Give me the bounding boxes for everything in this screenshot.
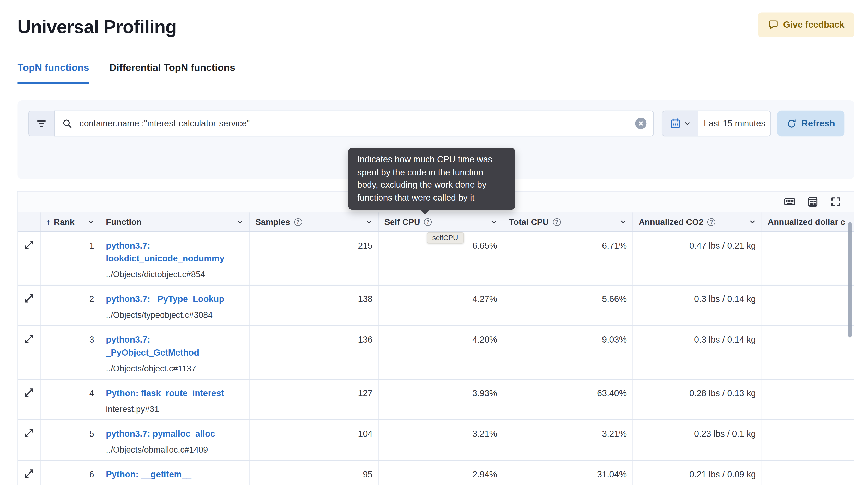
expand-icon (24, 334, 34, 374)
function-cell: python3.7: _PyType_Lookup ../Objects/typ… (100, 286, 250, 325)
header-annualized-dollar[interactable]: Annualized dollar c (762, 213, 854, 231)
function-link[interactable]: Python: __getitem__ (106, 467, 244, 481)
rank-cell: 4 (40, 380, 100, 419)
row-expand-cell[interactable] (18, 286, 40, 325)
function-file: ../Objects/dictobject.c#854 (106, 269, 244, 280)
query-bar: Last 15 minutes Refresh (28, 110, 844, 136)
keyboard-shortcuts-button[interactable] (784, 196, 795, 207)
total-cpu-cell: 3.21% (503, 420, 633, 460)
chevron-down-icon[interactable] (490, 219, 497, 225)
time-range-button[interactable]: Last 15 minutes (699, 111, 771, 136)
row-expand-cell[interactable] (18, 326, 40, 379)
chevron-down-icon[interactable] (749, 219, 756, 225)
clear-query-button[interactable] (635, 118, 646, 129)
co2-cell: 0.21 lbs / 0.09 kg (633, 461, 762, 485)
dollar-cell (762, 286, 854, 325)
samples-cell: 136 (250, 326, 379, 379)
self-cpu-cell: 2.94% (379, 461, 503, 485)
help-icon[interactable]: ? (424, 218, 432, 226)
function-cell: python3.7: _PyObject_GetMethod ../Object… (100, 326, 250, 379)
header-rank[interactable]: ↑ Rank (40, 213, 100, 231)
comment-bubble-icon (768, 20, 778, 30)
rank-cell: 1 (40, 232, 100, 285)
co2-cell: 0.3 lbs / 0.14 kg (633, 326, 762, 379)
row-expand-cell[interactable] (18, 461, 40, 485)
calendar-icon (670, 119, 680, 129)
refresh-button[interactable]: Refresh (777, 110, 844, 136)
header-samples[interactable]: Samples ? (250, 213, 379, 231)
function-file: interest.py#31 (106, 403, 244, 415)
tabs-divider (18, 83, 855, 84)
row-expand-cell[interactable] (18, 232, 40, 285)
expand-icon (24, 387, 34, 415)
expand-icon (24, 468, 34, 485)
header-annualized-dollar-label: Annualized dollar c (768, 217, 845, 227)
self-cpu-tooltip-text: Indicates how much CPU time was spent by… (358, 155, 493, 202)
display-options-button[interactable] (807, 196, 818, 207)
function-link[interactable]: python3.7: lookdict_unicode_nodummy (106, 239, 244, 265)
self-cpu-cell: 4.20% (379, 326, 503, 379)
header-self-cpu-label: Self CPU (384, 217, 420, 227)
self-cpu-cell: 4.27% (379, 286, 503, 325)
filter-icon (37, 119, 46, 128)
expand-icon (24, 428, 34, 455)
header-total-cpu[interactable]: Total CPU ? (503, 213, 633, 231)
fullscreen-button[interactable] (830, 196, 841, 207)
page-title: Universal Profiling (18, 12, 177, 42)
row-expand-cell[interactable] (18, 380, 40, 419)
help-icon[interactable]: ? (294, 218, 302, 226)
tab-differential-topn-functions[interactable]: Differential TopN functions (109, 62, 235, 84)
table-row: 4 Python: flask_route_interest interest.… (18, 380, 854, 420)
table-row: 3 python3.7: _PyObject_GetMethod ../Obje… (18, 326, 854, 380)
samples-cell: 95 (250, 461, 379, 485)
chevron-down-icon[interactable] (237, 219, 243, 225)
function-cell: Python: flask_route_interest interest.py… (100, 380, 250, 419)
tab-topn-functions[interactable]: TopN functions (18, 62, 89, 84)
search-box (54, 110, 654, 136)
co2-cell: 0.23 lbs / 0.1 kg (633, 420, 762, 460)
give-feedback-label: Give feedback (783, 20, 844, 30)
function-file: ../Objects/obmalloc.c#1409 (106, 444, 244, 455)
rank-cell: 2 (40, 286, 100, 325)
function-link[interactable]: python3.7: pymalloc_alloc (106, 427, 244, 440)
co2-cell: 0.47 lbs / 0.21 kg (633, 232, 762, 285)
chevron-down-icon[interactable] (87, 219, 94, 225)
help-icon[interactable]: ? (707, 218, 715, 226)
function-file: ../Objects/object.c#1137 (106, 363, 244, 374)
function-cell: Python: __getitem__ os.py#679 (100, 461, 250, 485)
page-header: Universal Profiling Give feedback (18, 12, 855, 42)
samples-cell: 127 (250, 380, 379, 419)
table-row: 2 python3.7: _PyType_Lookup ../Objects/t… (18, 286, 854, 326)
total-cpu-cell: 63.40% (503, 380, 633, 419)
row-expand-cell[interactable] (18, 420, 40, 460)
co2-cell: 0.28 lbs / 0.13 kg (633, 380, 762, 419)
self-cpu-cell: 3.93% (379, 380, 503, 419)
header-self-cpu[interactable]: Self CPU ? (379, 213, 503, 231)
vertical-scrollbar[interactable] (848, 222, 852, 338)
refresh-label: Refresh (801, 119, 835, 129)
header-rank-label: Rank (54, 217, 74, 227)
header-samples-label: Samples (255, 217, 290, 227)
chevron-down-icon[interactable] (366, 219, 372, 225)
function-link[interactable]: Python: flask_route_interest (106, 387, 244, 400)
chevron-down-icon[interactable] (620, 219, 627, 225)
function-link[interactable]: python3.7: _PyType_Lookup (106, 293, 244, 305)
search-input[interactable] (79, 118, 629, 129)
dollar-cell (762, 326, 854, 379)
samples-cell: 138 (250, 286, 379, 325)
total-cpu-cell: 9.03% (503, 326, 633, 379)
help-icon[interactable]: ? (553, 218, 561, 226)
function-link[interactable]: python3.7: _PyObject_GetMethod (106, 333, 244, 359)
header-function[interactable]: Function (100, 213, 250, 231)
sort-ascending-icon: ↑ (46, 217, 51, 227)
header-annualized-co2[interactable]: Annualized CO2 ? (633, 213, 762, 231)
give-feedback-button[interactable]: Give feedback (758, 12, 855, 37)
rank-cell: 3 (40, 326, 100, 379)
add-filter-button[interactable] (28, 110, 54, 136)
expand-icon (24, 239, 34, 280)
total-cpu-cell: 6.71% (503, 232, 633, 285)
date-picker-quick-menu-button[interactable] (662, 111, 699, 136)
expand-icon (24, 293, 34, 321)
table-row: 6 Python: __getitem__ os.py#679 95 2.94%… (18, 461, 854, 485)
header-total-cpu-label: Total CPU (509, 217, 549, 227)
